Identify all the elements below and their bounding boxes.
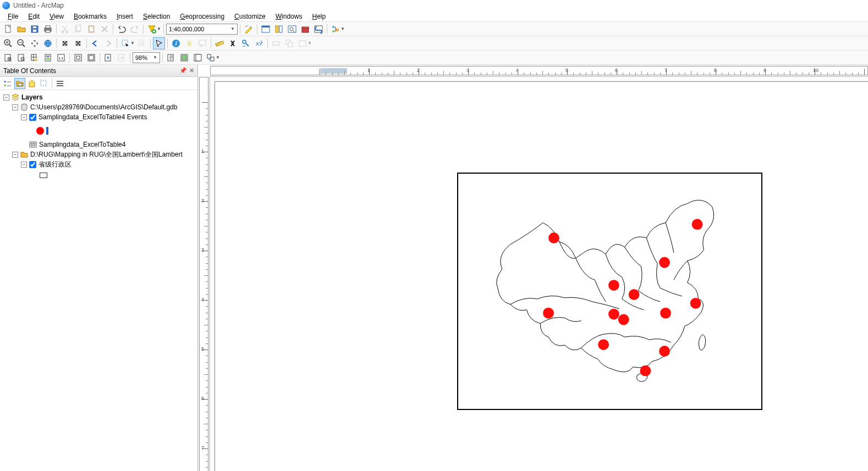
scale-combo[interactable]: 1:40,000,000 ▼	[166, 24, 238, 35]
layout-100-button[interactable]: 1:1	[55, 52, 67, 64]
ruler-label: 10	[813, 68, 818, 73]
layout-view[interactable]: 12345678910 1234567	[198, 65, 868, 471]
menu-selection[interactable]: Selection	[139, 12, 174, 21]
copy-button[interactable]	[72, 23, 84, 35]
layout-forward-button[interactable]	[116, 52, 128, 64]
menu-windows[interactable]: Windows	[271, 12, 307, 21]
identify-button[interactable]: i	[170, 37, 182, 49]
list-by-visibility-button[interactable]	[26, 78, 37, 89]
python-button[interactable]	[312, 23, 325, 35]
close-icon[interactable]: ✕	[189, 67, 194, 74]
find-button[interactable]	[227, 37, 239, 49]
hyperlink-button[interactable]	[183, 37, 195, 49]
save-button[interactable]	[29, 23, 41, 35]
collapse-icon[interactable]: −	[21, 114, 27, 120]
select-elements-button[interactable]	[153, 37, 165, 49]
collapse-icon[interactable]: −	[21, 162, 27, 168]
full-extent-button[interactable]	[42, 37, 54, 49]
menu-customize[interactable]: Customize	[230, 12, 270, 21]
menu-file[interactable]: File	[3, 12, 23, 21]
table-name: Samplingdata_ExcelToTable4	[39, 141, 125, 148]
toggle-draft-button[interactable]	[165, 52, 177, 64]
svg-point-86	[598, 339, 609, 350]
collapse-icon[interactable]: −	[12, 152, 18, 158]
fixed-zoom-out-button[interactable]	[72, 37, 84, 49]
tree-events-layer[interactable]: − Samplingdata_ExcelToTable4 Events	[1, 112, 196, 122]
zoom-out-button[interactable]	[15, 37, 28, 49]
tree-province-layer[interactable]: − 省级行政区	[1, 159, 196, 169]
new-button[interactable]	[2, 23, 14, 35]
tree-layers-root[interactable]: − Layers	[1, 92, 196, 102]
collapse-icon[interactable]: −	[3, 95, 9, 101]
svg-rect-42	[288, 42, 293, 47]
delete-button[interactable]	[98, 23, 111, 35]
add-data-button[interactable]	[146, 23, 158, 35]
layout-pan-button[interactable]	[29, 52, 41, 64]
viewer-button[interactable]	[296, 37, 309, 49]
list-by-selection-button[interactable]	[39, 78, 50, 89]
arctoolbox-button[interactable]	[299, 23, 311, 35]
menu-edit[interactable]: Edit	[24, 12, 44, 21]
tree-folder[interactable]: − D:\RUG\Mapping in RUG\全国Lambert\全国Lamb…	[1, 149, 196, 159]
cut-button[interactable]	[59, 23, 71, 35]
layout-fixed-zoom-in-button[interactable]	[72, 52, 84, 64]
layout-zoom-in-button[interactable]	[2, 52, 14, 64]
catalog-button[interactable]	[273, 23, 285, 35]
zoom-in-button[interactable]	[2, 37, 14, 49]
search-window-button[interactable]	[286, 23, 298, 35]
layout-zoom-out-button[interactable]	[15, 52, 28, 64]
list-by-drawing-order-button[interactable]	[2, 78, 13, 89]
toc-options-button[interactable]	[54, 78, 65, 89]
focus-dataframe-button[interactable]	[178, 52, 190, 64]
layers-label: Layers	[21, 93, 43, 101]
pin-icon[interactable]: 📌	[179, 67, 187, 74]
select-features-button[interactable]	[119, 37, 131, 49]
toc-title: Table Of Contents	[3, 67, 56, 75]
clear-selection-button[interactable]	[136, 37, 148, 49]
forward-button[interactable]	[102, 37, 114, 49]
layout-page[interactable]	[215, 81, 868, 471]
change-layout-button[interactable]	[191, 52, 204, 64]
tree-symbol-events[interactable]	[1, 124, 196, 137]
goto-xy-button[interactable]: XY	[253, 37, 265, 49]
find-route-button[interactable]	[240, 37, 252, 49]
layout-back-button[interactable]	[102, 52, 114, 64]
back-button[interactable]	[89, 37, 101, 49]
folder-path: D:\RUG\Mapping in RUG\全国Lambert\全国Lamber…	[30, 150, 183, 159]
menu-insert[interactable]: Insert	[112, 12, 138, 21]
pan-button[interactable]	[29, 37, 41, 49]
print-button[interactable]	[42, 23, 54, 35]
open-button[interactable]	[15, 23, 28, 35]
collapse-icon[interactable]: −	[12, 104, 18, 110]
menu-bookmarks[interactable]: Bookmarks	[69, 12, 111, 21]
menu-geoprocessing[interactable]: Geoprocessing	[175, 12, 229, 21]
paste-button[interactable]	[85, 23, 97, 35]
layout-zoom-combo[interactable]: 98% ▼	[133, 52, 160, 63]
model-builder-button[interactable]	[329, 23, 342, 35]
layer-visibility-checkbox[interactable]	[29, 161, 36, 168]
horizontal-ruler: 12345678910	[210, 65, 868, 77]
svg-rect-62	[182, 56, 186, 60]
undo-button[interactable]	[116, 23, 128, 35]
menu-view[interactable]: View	[45, 12, 68, 21]
layout-whole-page-button[interactable]	[42, 52, 54, 64]
folder-icon	[20, 151, 28, 158]
time-slider-button[interactable]	[270, 37, 282, 49]
layout-fixed-zoom-out-button[interactable]	[85, 52, 97, 64]
tree-table[interactable]: Samplingdata_ExcelToTable4	[1, 140, 196, 149]
redo-button[interactable]	[129, 23, 141, 35]
toc-button[interactable]	[260, 23, 272, 35]
fixed-zoom-in-button[interactable]	[59, 37, 71, 49]
list-by-source-button[interactable]	[14, 78, 25, 89]
menu-help[interactable]: Help	[307, 12, 330, 21]
layer-visibility-checkbox[interactable]	[29, 114, 36, 121]
create-viewer-button[interactable]	[283, 37, 295, 49]
datadriven-button[interactable]	[205, 52, 217, 64]
svg-point-87	[659, 346, 670, 357]
html-popup-button[interactable]	[196, 37, 208, 49]
tree-symbol-province[interactable]	[1, 170, 196, 180]
tree-gdb[interactable]: − C:\Users\p289769\Documents\ArcGIS\Defa…	[1, 102, 196, 112]
editor-toolbar-button[interactable]	[243, 23, 255, 35]
measure-button[interactable]	[213, 37, 226, 49]
data-frame[interactable]	[457, 173, 762, 410]
